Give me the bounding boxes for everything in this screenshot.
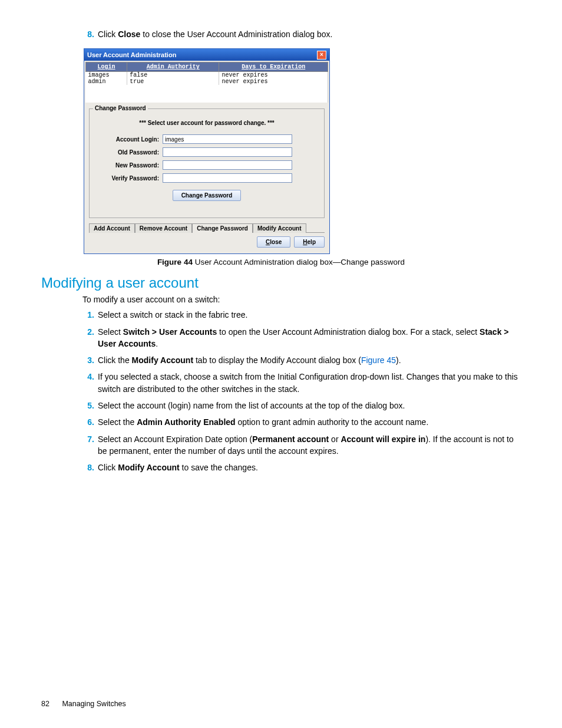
step-number: 2.	[81, 326, 98, 338]
step-1: 1. Select a switch or stack in the fabri…	[81, 309, 521, 321]
page-footer: 82 Managing Switches	[41, 700, 126, 708]
col-admin: Admin Authority	[127, 62, 219, 72]
section-intro: To modify a user account on a switch:	[82, 295, 521, 304]
figure-45-link[interactable]: Figure 45	[361, 355, 396, 365]
tab-modify-account[interactable]: Modify Account	[253, 223, 306, 233]
change-password-button[interactable]: Change Password	[173, 190, 242, 201]
text: Click	[98, 463, 118, 472]
step-number: 3.	[81, 354, 98, 366]
close-icon[interactable]: ×	[317, 51, 326, 60]
step-number: 8.	[81, 462, 98, 473]
text: .	[156, 339, 158, 348]
bold: Admin Authority Enabled	[137, 417, 235, 427]
mnemonic: H	[303, 239, 307, 245]
step-number: 5.	[81, 400, 98, 411]
page-number: 82	[41, 700, 49, 708]
text: ).	[396, 355, 401, 365]
step-8-top: 8. Click Close to close the User Account…	[81, 28, 521, 40]
tab-remove-account[interactable]: Remove Account	[135, 223, 192, 233]
step-number: 7.	[81, 433, 98, 445]
rest: elp	[308, 239, 316, 245]
dialog-tabbar: Add Account Remove Account Change Passwo…	[89, 223, 325, 233]
cell-admin: false	[127, 72, 219, 79]
table-row[interactable]: admin true never expires	[86, 78, 328, 85]
text: Click the	[98, 355, 132, 365]
cell-exp: never expires	[219, 72, 328, 79]
step-7: 7. Select an Account Expiration Date opt…	[81, 433, 521, 457]
cell-login: images	[86, 72, 127, 79]
table-row[interactable]: images false never expires	[86, 72, 328, 79]
step-3: 3. Click the Modify Account tab to displ…	[81, 354, 521, 366]
section-heading: Modifying a user account	[41, 275, 521, 291]
old-password-input[interactable]	[163, 147, 292, 157]
rest: lose	[270, 239, 282, 245]
select-message: *** Select user account for password cha…	[94, 120, 319, 126]
row-verify-password: Verify Password:	[94, 173, 319, 183]
fieldset-legend: Change Password	[93, 105, 148, 111]
caption-rest: User Account Administration dialog box—C…	[193, 258, 405, 266]
col-expiration: Days to Expiration	[219, 62, 328, 72]
chapter-title: Managing Switches	[62, 700, 125, 708]
step-body: Click Close to close the User Account Ad…	[98, 28, 521, 40]
step-number: 4.	[81, 371, 98, 383]
step-body: Click the Modify Account tab to display …	[98, 354, 521, 366]
bold: Permanent account	[252, 434, 329, 444]
dialog-help-button[interactable]: Help	[294, 236, 325, 248]
cell-admin: true	[127, 78, 219, 85]
bold: Switch > User Accounts	[123, 327, 217, 337]
step-4: 4. If you selected a stack, choose a swi…	[81, 371, 521, 395]
step-body: Select Switch > User Accounts to open th…	[98, 326, 521, 350]
text: to save the changes.	[180, 463, 258, 472]
dialog-close-button[interactable]: Close	[257, 236, 290, 248]
cell-exp: never expires	[219, 78, 328, 85]
step-6: 6. Select the Admin Authority Enabled op…	[81, 416, 521, 428]
dialog-title: User Account Administration	[87, 51, 176, 58]
step-number: 8.	[81, 28, 98, 40]
dialog-titlebar: User Account Administration ×	[84, 49, 329, 61]
bold: Close	[118, 29, 140, 39]
step-5: 5. Select the account (login) name from …	[81, 400, 521, 411]
bold: Modify Account	[132, 355, 193, 365]
text: or	[329, 434, 340, 444]
new-password-input[interactable]	[163, 160, 292, 170]
table-pad	[86, 85, 328, 103]
text: Select	[98, 327, 123, 337]
bold: Account will expire in	[340, 434, 425, 444]
bold: Modify Account	[118, 463, 179, 472]
text: Select the	[98, 417, 137, 427]
col-login: Login	[86, 62, 127, 72]
tab-add-account[interactable]: Add Account	[89, 223, 135, 233]
verify-password-input[interactable]	[163, 173, 292, 183]
step-body: Select an Account Expiration Date option…	[98, 433, 521, 457]
change-password-fieldset: Change Password *** Select user account …	[89, 108, 325, 218]
text: option to grant admin authority to the a…	[236, 417, 429, 427]
step-2: 2. Select Switch > User Accounts to open…	[81, 326, 521, 350]
tab-change-password[interactable]: Change Password	[192, 223, 253, 233]
text: tab to display the Modify Account dialog…	[193, 355, 361, 365]
step-body: Select a switch or stack in the fabric t…	[98, 309, 521, 321]
step-body: Select the account (login) name from the…	[98, 400, 521, 411]
cell-login: admin	[86, 78, 127, 85]
figure-44-caption: Figure 44 User Account Administration di…	[41, 258, 521, 266]
text: Select an Account Expiration Date option…	[98, 434, 252, 444]
user-account-dialog: User Account Administration × Login Admi…	[84, 48, 330, 254]
text: Click	[98, 29, 118, 39]
step-body: If you selected a stack, choose a switch…	[98, 371, 521, 395]
accounts-table-area: Login Admin Authority Days to Expiration…	[84, 61, 329, 104]
row-new-password: New Password:	[94, 160, 319, 170]
accounts-table: Login Admin Authority Days to Expiration…	[85, 62, 328, 103]
label-account-login: Account Login:	[94, 136, 163, 143]
row-account-login: Account Login:	[94, 134, 319, 144]
label-verify-password: Verify Password:	[94, 175, 163, 182]
row-old-password: Old Password:	[94, 147, 319, 157]
caption-bold: Figure 44	[157, 258, 193, 266]
step-number: 1.	[81, 309, 98, 321]
step-8: 8. Click Modify Account to save the chan…	[81, 462, 521, 473]
text: to close the User Account Administration…	[140, 29, 332, 39]
table-header: Login Admin Authority Days to Expiration	[86, 62, 328, 72]
figure-44: User Account Administration × Login Admi…	[84, 48, 521, 254]
step-body: Click Modify Account to save the changes…	[98, 462, 521, 473]
account-login-input[interactable]	[163, 134, 292, 144]
dialog-bottom: Close Help	[84, 233, 329, 253]
label-new-password: New Password:	[94, 162, 163, 169]
